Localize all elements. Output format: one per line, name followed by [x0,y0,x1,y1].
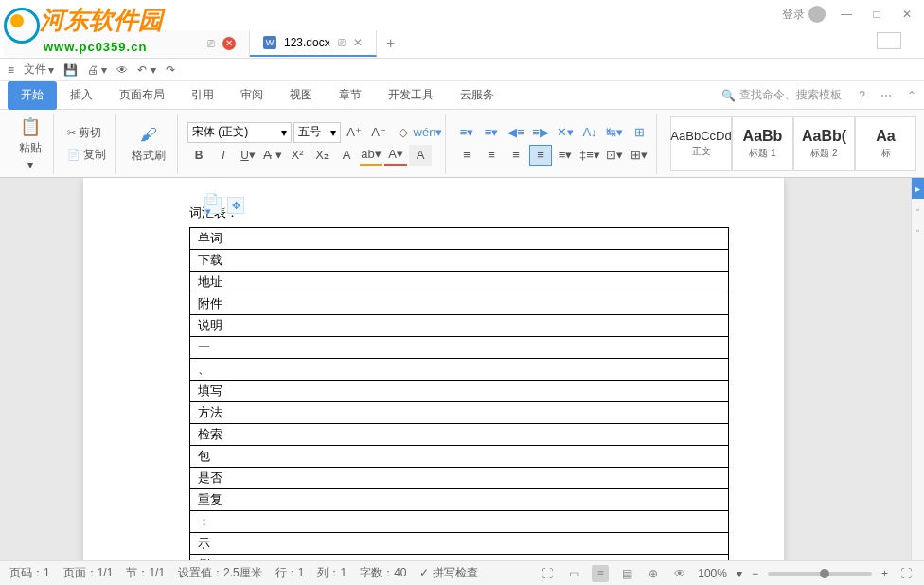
phonetic-icon[interactable]: wén▾ [417,122,439,143]
status-col[interactable]: 列：1 [317,565,346,581]
zoom-value[interactable]: 100% [698,567,727,580]
page-control-icon[interactable]: 📄▾ [204,197,222,214]
zoom-in-button[interactable]: + [881,567,888,580]
sort-button[interactable]: A↓ [578,122,601,143]
menu-dev[interactable]: 开发工具 [375,81,447,110]
tab-close-icon[interactable]: ✕ [222,37,236,50]
align-left-button[interactable]: ≡ [455,145,478,166]
font-color-button[interactable]: A▾ [384,145,407,166]
underline-button[interactable]: U ▾ [237,145,259,166]
bullets-button[interactable]: ≡▾ [455,122,478,143]
align-right-button[interactable]: ≡ [505,145,527,166]
border-button[interactable]: ⊞ [628,122,650,143]
sidepanel-tab-1[interactable]: ▸ [912,178,924,199]
page[interactable]: 📄▾ ✥ 词汇表： 单词下载地址附件说明一、填写方法检索包是否重复；示例软件： [83,178,784,560]
maximize-button[interactable]: □ [867,5,886,24]
align-center-button[interactable]: ≡ [480,145,503,166]
style-option[interactable]: AaBb标题 1 [732,116,793,171]
increase-indent-button[interactable]: ≡▶ [529,122,552,143]
tab-1[interactable]: ⎚ ✕ [4,30,250,57]
strike-button[interactable]: A̶ ▾ [261,145,284,166]
menu-start[interactable]: 开始 [8,81,57,110]
table-cell[interactable]: 重复 [190,489,729,511]
help-button[interactable]: ? [851,89,873,102]
text-effect-button[interactable]: ✕▾ [554,122,577,143]
view-outline-icon[interactable]: ▤ [618,565,635,582]
size-select[interactable]: 五号▾ [293,122,341,143]
status-setting[interactable]: 设置值：2.5厘米 [178,565,262,581]
superscript-button[interactable]: X² [286,145,309,166]
table-cell[interactable]: 说明 [190,315,729,337]
distribute-button[interactable]: ≡▾ [554,145,577,166]
more-button[interactable]: ⋯ [873,89,899,102]
font-select[interactable]: 宋体 (正文)▾ [187,122,292,143]
shading-button[interactable]: A [409,145,432,166]
decrease-font-icon[interactable]: A⁻ [367,122,390,143]
view-web-icon[interactable]: ⊕ [645,565,662,582]
sidepanel-tab-3[interactable]: ◦ [912,220,924,240]
line-spacing-button[interactable]: ‡≡▾ [578,145,601,166]
paste-button[interactable]: 📋粘贴 ▾ [13,114,47,173]
status-words[interactable]: 字数：40 [360,565,406,581]
view-read-icon[interactable]: ▭ [565,565,582,582]
new-tab-button[interactable]: + [377,30,405,57]
table-cell[interactable]: 示 [190,533,729,555]
bold-button[interactable]: B [187,145,210,166]
align-justify-button[interactable]: ≡ [529,145,552,166]
move-icon[interactable]: ✥ [227,197,244,214]
table-cell[interactable]: ； [190,511,729,533]
table-cell[interactable]: 下载 [190,250,729,272]
style-option[interactable]: AaBb(标题 2 [793,116,855,171]
italic-button[interactable]: I [212,145,235,166]
login-button[interactable]: 登录 [782,6,826,23]
table-cell[interactable]: 地址 [190,272,729,293]
copy-button[interactable]: 📄 复制 [63,145,110,165]
change-case-button[interactable]: A [335,145,358,166]
style-option[interactable]: AaBbCcDd正文 [670,116,732,171]
file-menu[interactable]: 文件 ▾ [24,62,54,78]
zoom-slider[interactable] [768,572,872,576]
collapse-ribbon-button[interactable]: ⌃ [899,89,924,102]
status-row[interactable]: 行：1 [275,565,305,581]
menu-insert[interactable]: 插入 [57,81,106,110]
subscript-button[interactable]: X₂ [311,145,333,166]
search-commands[interactable]: 🔍 查找命令、搜索模板 [712,87,851,103]
table-cell[interactable]: 包 [190,446,729,468]
table-cell[interactable]: 、 [190,359,729,381]
increase-font-icon[interactable]: A⁺ [343,122,365,143]
status-pages[interactable]: 页面：1/1 [63,565,114,581]
zoom-out-button[interactable]: − [752,567,758,580]
minimize-button[interactable]: — [837,5,856,24]
highlight-button[interactable]: ab▾ [360,145,382,166]
undo-icon[interactable]: ↶ ▾ [137,63,155,77]
menu-ref[interactable]: 引用 [178,81,227,110]
close-button[interactable]: ✕ [897,5,916,24]
redo-icon[interactable]: ↷ [166,63,175,77]
decrease-indent-button[interactable]: ◀≡ [505,122,527,143]
tab-close-icon[interactable]: ✕ [353,36,363,49]
fill-button[interactable]: ⊡▾ [603,145,626,166]
view-eye-icon[interactable]: 👁 [671,565,688,582]
tab-2[interactable]: W 123.docx ⎚ ✕ [250,30,377,57]
view-page-icon[interactable]: ≡ [592,565,609,582]
cut-button[interactable]: ✂ 剪切 [63,123,110,143]
table-cell[interactable]: 单词 [190,228,729,250]
doc-table[interactable]: 单词下载地址附件说明一、填写方法检索包是否重复；示例软件： [189,227,729,560]
table-button[interactable]: ⊞▾ [628,145,650,166]
menu-cloud[interactable]: 云服务 [447,81,507,110]
menu-view[interactable]: 视图 [276,81,326,110]
menu-review[interactable]: 审阅 [227,81,276,110]
status-section[interactable]: 节：1/1 [126,565,165,581]
menu-icon[interactable]: ≡ [8,63,14,77]
save-icon[interactable]: 💾 [63,63,78,77]
status-page[interactable]: 页码：1 [9,565,50,581]
tab-button[interactable]: ↹▾ [603,122,626,143]
print-icon[interactable]: 🖨 ▾ [87,63,107,77]
view-fullscreen-icon[interactable]: ⛶ [539,565,556,582]
fit-button[interactable]: ⛶ [897,565,915,582]
table-cell[interactable]: 一 [190,337,729,359]
numbering-button[interactable]: ≡▾ [480,122,503,143]
table-cell[interactable]: 检索 [190,424,729,446]
menu-layout[interactable]: 页面布局 [106,81,178,110]
style-option[interactable]: Aa标 [855,116,916,171]
